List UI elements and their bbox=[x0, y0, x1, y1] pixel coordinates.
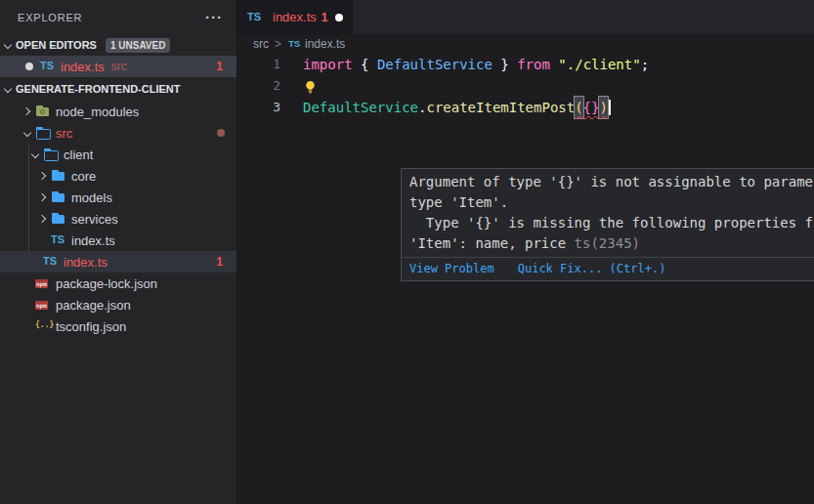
modified-dot-icon[interactable] bbox=[25, 63, 33, 70]
tab-index-ts[interactable]: index.ts 1 bbox=[237, 0, 353, 34]
twisty-spacer bbox=[20, 318, 35, 334]
tree-item[interactable]: package.json bbox=[0, 294, 236, 315]
folder-error-dot-badge bbox=[217, 129, 225, 137]
code-token: createItemItemPost bbox=[426, 97, 575, 118]
tree-item[interactable]: package-lock.json bbox=[0, 273, 236, 294]
explorer-header: EXPLORER bbox=[0, 0, 236, 34]
code-token: ( bbox=[575, 97, 582, 118]
code-token: ) bbox=[599, 97, 607, 118]
code-token: ; bbox=[641, 54, 649, 75]
code-token: import bbox=[303, 54, 353, 75]
breadcrumb: src index.ts bbox=[237, 34, 814, 54]
folder-icon bbox=[51, 211, 66, 227]
twisty-spacer bbox=[20, 275, 35, 291]
tree-item[interactable]: services bbox=[0, 208, 236, 230]
code-token: DefaultService bbox=[377, 54, 493, 75]
line-number: 3 bbox=[237, 97, 280, 118]
tree-item-label: models bbox=[71, 190, 112, 205]
hover-message-text: Type '{}' is missing the following prope… bbox=[409, 215, 813, 231]
tree-item-label: index.ts bbox=[64, 255, 107, 270]
code-token: "./client" bbox=[558, 54, 640, 75]
folder-open-icon bbox=[35, 125, 51, 141]
code-line: 3DefaultService.createItemItemPost({}) bbox=[237, 97, 814, 118]
chevron-right-icon[interactable] bbox=[20, 104, 35, 119]
explorer-title: EXPLORER bbox=[18, 12, 82, 23]
breadcrumb-folder[interactable]: src bbox=[253, 37, 269, 51]
vscode-window: EXPLORER OPEN EDITORS 1 UNSAVED index.ts… bbox=[0, 0, 814, 504]
code-token: {} bbox=[583, 97, 600, 118]
npm-emblem-icon bbox=[40, 109, 45, 114]
code-token bbox=[550, 54, 558, 75]
tree-item[interactable]: index.ts bbox=[0, 230, 236, 251]
hover-message-text: Argument of type '{}' is not assignable … bbox=[409, 174, 814, 189]
chevron-down-icon[interactable] bbox=[0, 81, 16, 97]
typescript-icon bbox=[43, 254, 59, 270]
file-tree: node_modulessrcclientcoremodelsservicesi… bbox=[0, 101, 236, 504]
tree-item[interactable]: models bbox=[0, 187, 236, 208]
npm-icon bbox=[35, 275, 51, 291]
view-problem-link[interactable]: View Problem bbox=[409, 262, 494, 275]
code-token: DefaultService bbox=[303, 97, 418, 118]
modified-dot-icon[interactable] bbox=[335, 14, 343, 21]
npm-icon bbox=[35, 297, 51, 313]
ts-error-code: ts(2345) bbox=[575, 235, 640, 251]
typescript-icon bbox=[51, 232, 66, 248]
tree-item-label: package-lock.json bbox=[56, 276, 157, 291]
tree-item[interactable]: index.ts1 bbox=[0, 251, 236, 273]
code-editor[interactable]: 1import { DefaultService } from "./clien… bbox=[237, 54, 814, 504]
explorer-sidebar: EXPLORER OPEN EDITORS 1 UNSAVED index.ts… bbox=[0, 0, 237, 504]
tree-item[interactable]: node_modules bbox=[0, 101, 236, 122]
open-editors-label: OPEN EDITORS bbox=[16, 39, 97, 51]
text-cursor bbox=[609, 100, 611, 115]
tree-item[interactable]: tsconfig.json bbox=[0, 315, 236, 337]
tab-filename: index.ts bbox=[273, 10, 317, 24]
chevron-right-icon[interactable] bbox=[35, 189, 51, 205]
typescript-icon bbox=[288, 37, 302, 51]
hover-message-text: type 'Item'. bbox=[409, 194, 508, 210]
breadcrumb-filename: index.ts bbox=[305, 37, 345, 51]
chevron-down-icon[interactable] bbox=[0, 37, 16, 53]
typescript-icon bbox=[247, 10, 263, 25]
open-editor-description: src bbox=[111, 60, 127, 73]
chevron-down-icon[interactable] bbox=[20, 125, 35, 141]
error-count-badge: 1 bbox=[216, 255, 223, 269]
open-editor-item-index-ts[interactable]: index.ts src 1 bbox=[0, 56, 236, 77]
twisty-spacer bbox=[27, 254, 43, 270]
tree-item-label: client bbox=[64, 147, 93, 162]
tree-item-label: node_modules bbox=[56, 105, 139, 119]
hover-message-line: 'Item': name, price ts(2345) bbox=[409, 233, 814, 254]
project-section-header[interactable]: GENERATE-FRONTEND-CLIENT bbox=[0, 77, 236, 101]
code-token: . bbox=[418, 97, 426, 118]
tree-item-label: core bbox=[71, 169, 96, 184]
open-editors-section-header[interactable]: OPEN EDITORS 1 UNSAVED bbox=[0, 34, 236, 56]
more-actions-icon[interactable] bbox=[205, 13, 223, 22]
folder-open-icon bbox=[43, 147, 59, 162]
tree-item-label: package.json bbox=[56, 298, 131, 313]
chevron-right-icon[interactable] bbox=[35, 211, 51, 227]
tree-item-label: index.ts bbox=[71, 233, 115, 248]
quick-fix-link[interactable]: Quick Fix... (Ctrl+.) bbox=[518, 262, 666, 275]
hover-actions: View ProblemQuick Fix... (Ctrl+.) bbox=[402, 257, 814, 280]
editor-tabs: index.ts 1 bbox=[237, 0, 814, 34]
hover-message-line: type 'Item'. bbox=[409, 192, 814, 213]
code-line: 1import { DefaultService } from "./clien… bbox=[237, 54, 814, 75]
npm-folder-icon bbox=[35, 104, 51, 119]
tree-item[interactable]: core bbox=[0, 165, 236, 187]
tree-item-label: services bbox=[71, 212, 118, 227]
code-token: from bbox=[517, 54, 550, 75]
tree-item-label: src bbox=[56, 126, 72, 141]
chevron-right-icon bbox=[275, 37, 281, 51]
tree-item[interactable]: client bbox=[0, 144, 236, 165]
code-token: } bbox=[493, 54, 517, 75]
hover-message: Argument of type '{}' is not assignable … bbox=[402, 169, 814, 257]
tree-item-label: tsconfig.json bbox=[56, 319, 126, 334]
chevron-down-icon[interactable] bbox=[27, 147, 43, 162]
code-token: { bbox=[353, 54, 377, 75]
twisty-spacer bbox=[20, 297, 35, 313]
chevron-right-icon[interactable] bbox=[35, 168, 51, 184]
tree-item[interactable]: src bbox=[0, 122, 236, 144]
lightbulb-icon[interactable] bbox=[303, 80, 318, 95]
folder-icon bbox=[51, 168, 66, 184]
editor-group: index.ts 1 src index.ts 1import { Defaul… bbox=[237, 0, 814, 504]
breadcrumb-file[interactable]: index.ts bbox=[287, 36, 345, 52]
